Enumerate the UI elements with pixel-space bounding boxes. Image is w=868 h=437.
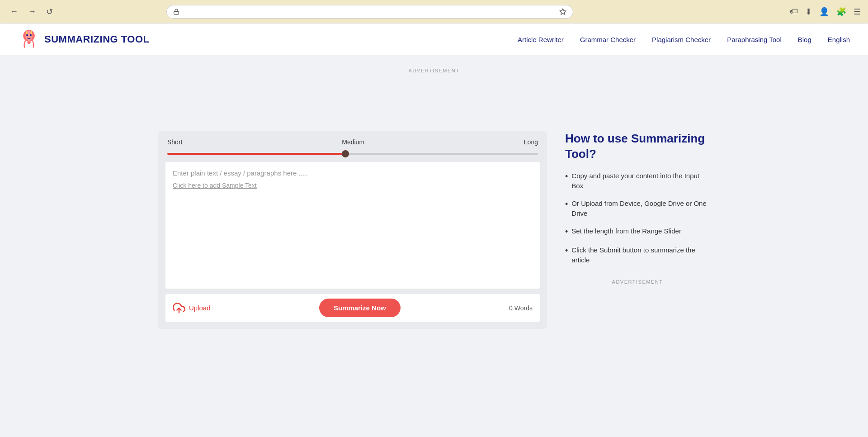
star-icon[interactable] xyxy=(559,8,566,15)
tool-bottom-bar: Upload Summarize Now 0 Words xyxy=(165,294,540,322)
slider-labels: Short Medium Long xyxy=(167,138,538,146)
info-panel: How to use Summarizing Tool? Copy and pa… xyxy=(565,131,710,329)
menu-icon[interactable]: ☰ xyxy=(854,7,861,17)
summarize-button[interactable]: Summarize Now xyxy=(319,299,401,317)
forward-button[interactable]: → xyxy=(25,5,39,18)
main-content: ADVERTISEMENT Short Medium Long Enter pl… xyxy=(0,55,868,347)
info-list: Copy and paste your content into the Inp… xyxy=(565,171,710,266)
nav-article-rewriter[interactable]: Article Rewriter xyxy=(518,36,564,43)
browser-toolbar-right: 🏷 ⬇ 👤 🧩 ☰ xyxy=(790,7,861,17)
upload-button[interactable]: Upload xyxy=(173,302,211,314)
slider-area: Short Medium Long xyxy=(165,138,540,157)
url-input[interactable]: https://www.summarizingtool.net xyxy=(183,8,556,15)
content-area: Short Medium Long Enter plain text / ess… xyxy=(140,131,728,329)
info-step-1: Copy and paste your content into the Inp… xyxy=(565,171,710,191)
slider-medium-label: Medium xyxy=(342,138,364,146)
download-icon[interactable]: ⬇ xyxy=(805,7,812,17)
svg-marker-1 xyxy=(560,9,566,14)
sample-text-link[interactable]: Click here to add Sample Text xyxy=(173,182,257,189)
svg-point-5 xyxy=(30,34,32,36)
word-count: 0 Words xyxy=(509,304,533,312)
length-slider[interactable] xyxy=(167,153,538,155)
lock-icon xyxy=(173,9,179,15)
back-button[interactable]: ← xyxy=(7,5,21,18)
brand-logo-icon xyxy=(18,28,40,50)
top-ad-placeholder xyxy=(0,81,868,122)
navbar-links: Article Rewriter Grammar Checker Plagiar… xyxy=(518,36,850,43)
nav-blog[interactable]: Blog xyxy=(798,36,811,43)
upload-label: Upload xyxy=(189,304,211,312)
pocket-icon[interactable]: 🏷 xyxy=(790,7,798,16)
nav-language[interactable]: English xyxy=(828,36,850,43)
brand-link[interactable]: SUMMARIZING TOOL xyxy=(18,28,149,50)
nav-plagiarism-checker[interactable]: Plagiarism Checker xyxy=(652,36,711,43)
upload-icon xyxy=(173,302,185,314)
side-advertisement-label: ADVERTISEMENT xyxy=(565,279,710,285)
nav-grammar-checker[interactable]: Grammar Checker xyxy=(580,36,636,43)
nav-paraphrasing-tool[interactable]: Paraphrasing Tool xyxy=(727,36,782,43)
svg-rect-0 xyxy=(174,11,179,14)
brand-name-text: SUMMARIZING TOOL xyxy=(44,33,149,45)
info-title: How to use Summarizing Tool? xyxy=(565,131,710,162)
slider-long-label: Long xyxy=(524,138,538,146)
info-step-4: Click the Submit button to summarize the… xyxy=(565,245,710,266)
profile-icon[interactable]: 👤 xyxy=(819,7,829,17)
browser-chrome: ← → ↺ https://www.summarizingtool.net 🏷 … xyxy=(0,0,868,24)
info-step-3: Set the length from the Range Slider xyxy=(565,226,710,238)
textarea-placeholder: Enter plain text / essay / paragraphs he… xyxy=(173,169,533,177)
refresh-button[interactable]: ↺ xyxy=(43,5,56,19)
slider-short-label: Short xyxy=(167,138,182,146)
info-step-2: Or Upload from Device, Google Drive or O… xyxy=(565,199,710,219)
tool-box: Short Medium Long Enter plain text / ess… xyxy=(158,131,547,329)
top-advertisement-label: ADVERTISEMENT xyxy=(0,64,868,77)
navbar: SUMMARIZING TOOL Article Rewriter Gramma… xyxy=(0,24,868,55)
address-bar: https://www.summarizingtool.net xyxy=(166,5,573,19)
svg-point-4 xyxy=(26,34,28,36)
text-area-wrapper[interactable]: Enter plain text / essay / paragraphs he… xyxy=(165,162,540,289)
extensions-icon[interactable]: 🧩 xyxy=(836,7,846,17)
